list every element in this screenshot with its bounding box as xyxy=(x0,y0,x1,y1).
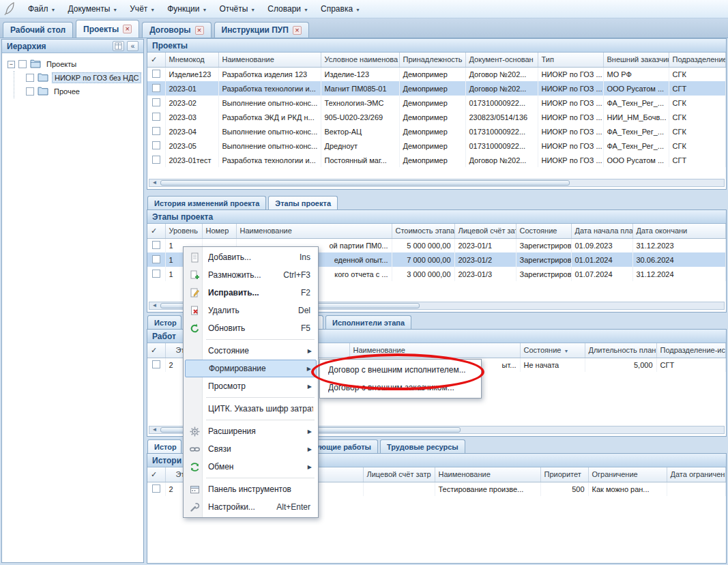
tab-projects[interactable]: Проекты× xyxy=(76,20,139,38)
table-row[interactable]: 2023-01 Разработка технологии и... Магни… xyxy=(147,81,726,96)
column-header[interactable]: ✓ xyxy=(147,343,165,358)
menu-item-formation[interactable]: Формирование ▶ xyxy=(185,360,317,377)
column-header[interactable]: ✓ xyxy=(147,467,165,482)
menubar-item[interactable]: Словари ▼ xyxy=(261,1,315,16)
chain-icon xyxy=(186,444,203,454)
column-header[interactable]: ✓ xyxy=(147,224,165,238)
column-header[interactable]: Принадлежность xyxy=(399,53,465,67)
column-header[interactable]: Подразделение xyxy=(669,53,726,67)
scroll-left-icon[interactable]: ◄ xyxy=(150,179,159,186)
table-row[interactable]: 2023-05 Выполнение опытно-конс... Дредно… xyxy=(147,139,726,153)
menu-item-edit[interactable]: Исправить... F2 xyxy=(185,284,317,302)
row-checkbox[interactable] xyxy=(152,156,160,164)
column-header[interactable]: Наименование xyxy=(218,53,321,67)
column-header[interactable]: Уровень xyxy=(165,224,202,238)
tree-checkbox[interactable] xyxy=(18,60,27,68)
table-row[interactable]: 2023-02 Выполнение опытно-конс... Технол… xyxy=(147,96,726,110)
row-checkbox[interactable] xyxy=(152,484,160,493)
column-header[interactable]: Длительность план xyxy=(585,343,656,358)
menu-item-extensions[interactable]: Расширения ▶ xyxy=(185,422,317,440)
column-header[interactable]: Наименование xyxy=(236,224,392,238)
row-checkbox[interactable] xyxy=(152,360,160,368)
menu-item-duplicate[interactable]: Размножить... Ctrl+F3 xyxy=(185,266,317,284)
column-header[interactable]: Номер xyxy=(202,224,236,238)
table-row[interactable]: Изделие123 Разработка изделия 123 Издели… xyxy=(147,67,726,81)
row-checkbox[interactable] xyxy=(152,113,160,121)
table-row[interactable]: 2023-03 Разработка ЭКД и РКД н... 905-U0… xyxy=(147,110,726,124)
column-header[interactable]: Ограничение xyxy=(588,467,667,482)
tab-desktop[interactable]: Рабочий стол xyxy=(3,22,73,38)
tree-checkbox[interactable] xyxy=(26,74,34,82)
menu-item-add[interactable]: Добавить... Ins xyxy=(185,248,317,266)
find-icon[interactable] xyxy=(113,41,124,51)
tree-node-projects[interactable]: − Проекты xyxy=(5,57,141,71)
menubar-item[interactable]: Справка ▼ xyxy=(315,1,366,16)
submenu-item-external-customer[interactable]: Договор с внешним заказчиком... xyxy=(321,379,480,396)
menubar-item[interactable]: Документы ▼ xyxy=(61,1,123,16)
row-checkbox[interactable] xyxy=(152,270,160,278)
row-checkbox[interactable] xyxy=(152,70,160,78)
menu-item-settings[interactable]: Настройки... Alt+Enter xyxy=(185,498,317,516)
column-header[interactable]: Состояние xyxy=(516,224,571,238)
column-header[interactable]: Тип xyxy=(538,53,603,67)
row-checkbox[interactable] xyxy=(152,255,160,263)
menu-item-exchange[interactable]: Обмен ▶ xyxy=(185,458,317,476)
close-icon[interactable]: × xyxy=(195,26,204,35)
cell: Выполнение опытно-конс... xyxy=(218,124,321,139)
menubar-item[interactable]: Функции ▼ xyxy=(161,1,213,16)
menu-item-refresh[interactable]: Обновить F5 xyxy=(185,319,317,337)
column-header[interactable]: Документ-основан xyxy=(465,53,538,67)
column-header[interactable]: Лицевой счёт затрат. xyxy=(454,224,516,238)
column-header[interactable]: ✓ xyxy=(147,53,165,67)
tab-instructions[interactable]: Инструкции ПУП× xyxy=(214,22,309,38)
row-checkbox[interactable] xyxy=(152,141,160,149)
tab-contracts[interactable]: Договоры× xyxy=(142,22,211,38)
column-header[interactable]: Дата окончани xyxy=(632,224,726,238)
menu-item-view[interactable]: Просмотр ▶ xyxy=(185,377,317,395)
row-checkbox[interactable] xyxy=(152,84,160,92)
menubar-item[interactable]: Отчёты ▼ xyxy=(213,1,261,16)
column-header[interactable]: Подразделение-испо xyxy=(656,343,726,358)
column-header[interactable]: Стоимость этапа xyxy=(392,224,454,238)
horizontal-scrollbar[interactable]: ◄ xyxy=(149,179,725,187)
column-header[interactable]: Дата ограничени xyxy=(667,467,726,482)
column-header[interactable]: Наименование xyxy=(349,343,520,358)
close-icon[interactable]: × xyxy=(293,26,302,35)
scroll-left-icon[interactable]: ◄ xyxy=(150,426,159,433)
menu-item-citk-code[interactable]: ЦИТК. Указать шифр затрат... xyxy=(185,400,317,418)
menubar-item[interactable]: Файл ▼ xyxy=(22,1,61,16)
tree-node-other[interactable]: Прочее xyxy=(23,85,141,98)
tree-checkbox[interactable] xyxy=(26,87,34,96)
submenu-item-external-contractor[interactable]: Договор с внешним исполнителем... xyxy=(321,361,480,379)
column-header[interactable]: Состояние xyxy=(520,343,585,358)
table-row[interactable]: 2023-04 Выполнение опытно-конс... Вектор… xyxy=(147,124,726,139)
row-checkbox[interactable] xyxy=(152,241,160,249)
tab-stage-executors[interactable]: Исполнители этапа xyxy=(325,315,411,329)
column-header[interactable]: Приоритет xyxy=(540,467,588,482)
collapse-panel-icon[interactable]: « xyxy=(127,41,139,51)
tab-labor-resources[interactable]: Трудовые ресурсы xyxy=(380,439,465,453)
column-header[interactable]: Дата начала план xyxy=(571,224,632,238)
row-checkbox[interactable] xyxy=(152,98,160,106)
column-header[interactable]: Наименование xyxy=(435,467,540,482)
column-header[interactable]: Внешний заказчик xyxy=(603,53,669,67)
column-header[interactable]: Мнемокод xyxy=(165,53,218,67)
menu-item-delete[interactable]: Удалить Del xyxy=(185,302,317,319)
tree-node-niokr[interactable]: НИОКР по ГОЗ без НДС xyxy=(23,71,141,85)
column-header[interactable]: Условное наименова xyxy=(321,53,399,67)
column-header[interactable]: Лицевой счёт затр xyxy=(363,467,435,482)
tab-project-history[interactable]: История изменений проекта xyxy=(147,196,266,209)
scroll-thumb[interactable] xyxy=(160,180,570,186)
close-icon[interactable]: × xyxy=(123,25,132,33)
menu-item-links[interactable]: Связи ▶ xyxy=(185,440,317,458)
tab-project-stages[interactable]: Этапы проекта xyxy=(268,196,338,209)
tab-work-history[interactable]: Истор xyxy=(147,315,181,329)
menubar-item[interactable]: Учёт ▼ xyxy=(123,1,161,16)
table-row[interactable]: 2023-01тест Разработка технологии и... П… xyxy=(147,153,726,167)
tab-history[interactable]: Истор xyxy=(147,439,181,453)
row-checkbox[interactable] xyxy=(152,127,160,135)
collapse-node-icon[interactable]: − xyxy=(8,61,15,68)
menu-item-state[interactable]: Состояние ▶ xyxy=(185,342,317,360)
scroll-left-icon[interactable]: ◄ xyxy=(150,302,159,309)
menu-item-toolbar[interactable]: Панель инструментов xyxy=(185,480,317,498)
